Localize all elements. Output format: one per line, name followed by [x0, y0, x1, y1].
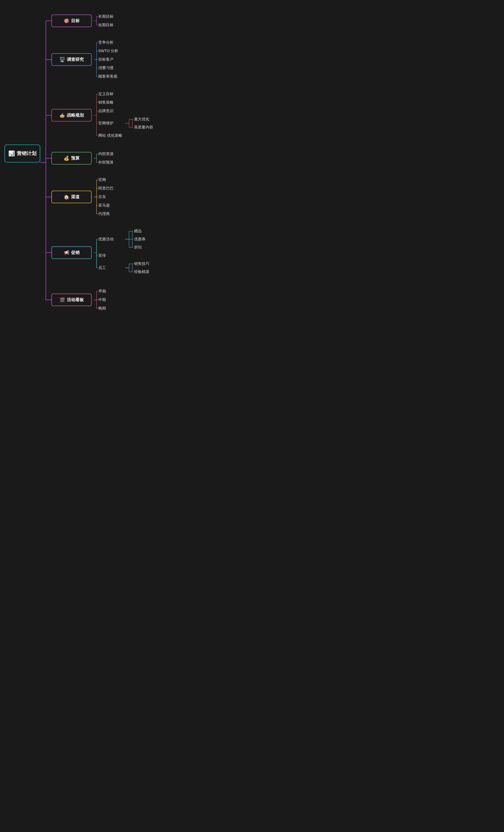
- mind-map: 📊营销计划🎯目标长期目标短期目标🖥️调查研究竞争分析SWTO 分析目标客户消费习…: [0, 0, 190, 325]
- subleaf-cuxiao-0-1: 优惠券: [134, 236, 145, 242]
- branch-label-mubiao: 目标: [71, 18, 80, 24]
- branch-icon-mubiao: 🎯: [64, 18, 69, 24]
- leaf-zhanlue-0: 定义目标: [99, 91, 114, 97]
- branch-icon-huodong: 🎬: [59, 297, 65, 303]
- branch-node-qudao: 🏠渠道: [51, 191, 92, 203]
- leaf-qudao-4: 代理商: [99, 211, 110, 216]
- leaf-zhanlue-4: 网站 优化策略: [99, 133, 122, 138]
- subleaf-zhanlue-3-1: 高质量内容: [134, 125, 153, 130]
- branch-icon-cuxiao: 📢: [64, 250, 69, 255]
- leaf-cuxiao-0: 优惠活动: [99, 236, 114, 242]
- leaf-diaocha-3: 消费习惯: [99, 66, 114, 71]
- leaf-qudao-1: 阿里巴巴: [99, 186, 114, 191]
- center-icon: 📊: [8, 150, 15, 157]
- leaf-huodong-0: 早期: [99, 289, 106, 294]
- center-node: 📊营销计划: [4, 145, 40, 162]
- branch-icon-diaocha: 🖥️: [59, 57, 65, 62]
- branch-node-diaocha: 🖥️调查研究: [51, 53, 92, 66]
- leaf-huodong-2: 晚期: [99, 306, 106, 311]
- branch-label-diaocha: 调查研究: [67, 57, 84, 62]
- subleaf-cuxiao-2-0: 销售技巧: [134, 261, 149, 266]
- leaf-huodong-1: 中期: [99, 297, 106, 302]
- leaf-qudao-3: 亚马逊: [99, 203, 110, 208]
- leaf-mubiao-0: 长期目标: [99, 14, 114, 19]
- branch-node-huodong: 🎬活动看板: [51, 293, 92, 306]
- leaf-diaocha-2: 目标客户: [99, 57, 114, 62]
- subleaf-cuxiao-2-1: 经验精湛: [134, 269, 149, 274]
- branch-label-yusuan: 预算: [71, 155, 80, 161]
- leaf-cuxiao-2: 员工: [99, 265, 106, 270]
- leaf-mubiao-1: 短期目标: [99, 22, 114, 28]
- branch-icon-zhanlue: 🥧: [59, 112, 65, 118]
- leaf-zhanlue-3: 官网维护: [99, 121, 114, 126]
- leaf-zhanlue-1: 销售策略: [99, 100, 114, 105]
- branch-node-yusuan: 💰预算: [51, 152, 92, 164]
- leaf-qudao-2: 京东: [99, 194, 106, 199]
- leaf-qudao-0: 官网: [99, 177, 106, 182]
- branch-icon-qudao: 🏠: [64, 194, 69, 200]
- subleaf-zhanlue-3-0: 最大优化: [134, 116, 149, 122]
- branch-label-qudao: 渠道: [71, 194, 80, 200]
- connecting-lines: [0, 0, 190, 325]
- subleaf-cuxiao-0-0: 赠品: [134, 229, 142, 234]
- leaf-yusuan-1: 外部预算: [99, 160, 114, 165]
- branch-label-zhanlue: 战略规划: [67, 112, 84, 118]
- branch-node-zhanlue: 🥧战略规划: [51, 109, 92, 122]
- branch-node-mubiao: 🎯目标: [51, 15, 92, 27]
- leaf-diaocha-4: 顾客审美观: [99, 74, 117, 79]
- subleaf-cuxiao-0-2: 折扣: [134, 244, 142, 250]
- leaf-diaocha-1: SWTO 分析: [99, 48, 118, 53]
- branch-icon-yusuan: 💰: [64, 156, 69, 161]
- center-label: 营销计划: [17, 150, 36, 157]
- branch-label-cuxiao: 促销: [71, 250, 80, 256]
- branch-label-huodong: 活动看板: [67, 297, 84, 303]
- leaf-cuxiao-1: 宣传: [99, 253, 106, 258]
- leaf-diaocha-0: 竞争分析: [99, 40, 114, 45]
- branch-node-cuxiao: 📢促销: [51, 246, 92, 259]
- leaf-yusuan-0: 内部资源: [99, 151, 114, 156]
- leaf-zhanlue-2: 品牌意识: [99, 108, 114, 113]
